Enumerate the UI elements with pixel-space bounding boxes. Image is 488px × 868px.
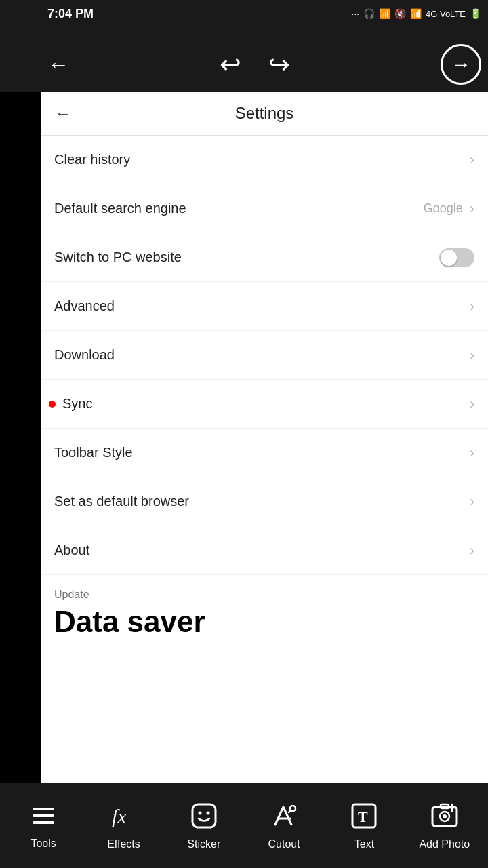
settings-page: ← Settings Clear history › Default searc… [41, 92, 488, 783]
update-section: Update Data saver [41, 575, 488, 646]
clear-history-label: Clear history [54, 152, 130, 167]
settings-item-advanced[interactable]: Advanced › [41, 282, 488, 331]
status-bar: 7:04 PM ··· 🎧 📶 🔇 📶 4G VoLTE 🔋 [41, 0, 488, 27]
switch-pc-right [439, 248, 474, 267]
add-photo-icon [430, 802, 459, 834]
tools-icon [30, 802, 57, 833]
browser-nav-center: ↩ ↪ [220, 50, 290, 79]
toolbar-item-effects[interactable]: fx Effects [89, 802, 157, 850]
browser-undo-button[interactable]: ↩ [220, 50, 241, 79]
browser-forward-button[interactable]: → [441, 44, 481, 85]
settings-back-button[interactable]: ← [54, 103, 72, 124]
browser-top-bar: 7:04 PM ··· 🎧 📶 🔇 📶 4G VoLTE 🔋 ← ↩ ↪ → [0, 0, 488, 92]
effects-label: Effects [107, 838, 140, 850]
svg-point-13 [443, 814, 447, 818]
toolbar-item-tools[interactable]: Tools [9, 802, 77, 850]
settings-item-download[interactable]: Download › [41, 331, 488, 380]
cutout-label: Cutout [268, 838, 300, 850]
toolbar-item-text[interactable]: T Text [330, 802, 398, 850]
advanced-chevron: › [470, 298, 474, 315]
default-browser-chevron: › [470, 493, 474, 511]
effects-icon: fx [109, 802, 138, 834]
text-label: Text [354, 838, 374, 850]
settings-item-switch-pc[interactable]: Switch to PC website [41, 233, 488, 282]
sticker-icon [190, 802, 218, 834]
advanced-right: › [470, 298, 474, 315]
settings-item-toolbar-style[interactable]: Toolbar Style › [41, 429, 488, 477]
advanced-label: Advanced [54, 298, 115, 314]
settings-title: Settings [85, 104, 443, 123]
add-photo-label: Add Photo [419, 838, 470, 850]
download-right: › [470, 347, 474, 364]
settings-item-default-browser[interactable]: Set as default browser › [41, 477, 488, 526]
browser-redo-button[interactable]: ↪ [268, 50, 290, 79]
toolbar-style-right: › [470, 444, 474, 462]
svg-rect-1 [33, 808, 54, 810]
default-browser-label: Set as default browser [54, 494, 189, 509]
left-black-bar [0, 0, 41, 868]
svg-rect-4 [192, 804, 216, 827]
settings-item-default-search[interactable]: Default search engine Google › [41, 184, 488, 233]
bottom-toolbar: Tools fx Effects Sticker [0, 783, 488, 868]
svg-point-6 [206, 811, 209, 814]
sync-notification-dot [49, 401, 56, 408]
about-label: About [54, 542, 89, 558]
update-label: Update [54, 589, 474, 601]
clear-history-right: › [470, 151, 474, 169]
switch-pc-toggle[interactable] [439, 248, 474, 267]
toolbar-item-add-photo[interactable]: Add Photo [411, 802, 479, 850]
status-icons: ··· 🎧 📶 🔇 📶 4G VoLTE 🔋 [351, 8, 481, 19]
cutout-icon [270, 802, 298, 834]
about-chevron: › [470, 542, 474, 559]
data-saver-title: Data saver [54, 605, 474, 639]
download-label: Download [54, 347, 115, 363]
sync-label: Sync [62, 396, 92, 412]
svg-text:fx: fx [112, 805, 127, 827]
sync-right: › [470, 395, 474, 413]
download-chevron: › [470, 347, 474, 364]
status-time: 7:04 PM [47, 7, 94, 21]
settings-item-clear-history[interactable]: Clear history › [41, 136, 488, 184]
settings-item-about[interactable]: About › [41, 526, 488, 575]
svg-line-8 [289, 810, 291, 812]
svg-rect-2 [33, 821, 54, 824]
settings-item-sync[interactable]: Sync › [41, 380, 488, 429]
default-search-label: Default search engine [54, 201, 186, 216]
tools-label: Tools [30, 837, 56, 850]
svg-point-5 [198, 811, 201, 814]
svg-rect-0 [33, 814, 54, 817]
toolbar-item-cutout[interactable]: Cutout [250, 802, 318, 850]
toolbar-style-chevron: › [470, 444, 474, 462]
default-search-value: Google [424, 201, 463, 216]
sticker-label: Sticker [187, 838, 220, 850]
settings-list: Clear history › Default search engine Go… [41, 136, 488, 646]
clear-history-chevron: › [470, 151, 474, 169]
default-search-chevron: › [470, 200, 474, 218]
settings-header: ← Settings [41, 92, 488, 136]
toolbar-item-sticker[interactable]: Sticker [170, 802, 238, 850]
text-icon: T [350, 802, 378, 834]
default-search-right: Google › [424, 200, 474, 218]
sync-chevron: › [470, 395, 474, 413]
about-right: › [470, 542, 474, 559]
svg-text:T: T [358, 808, 368, 825]
switch-pc-label: Switch to PC website [54, 250, 182, 265]
default-browser-right: › [470, 493, 474, 511]
browser-back-button[interactable]: ← [47, 52, 69, 77]
toolbar-style-label: Toolbar Style [54, 445, 133, 460]
